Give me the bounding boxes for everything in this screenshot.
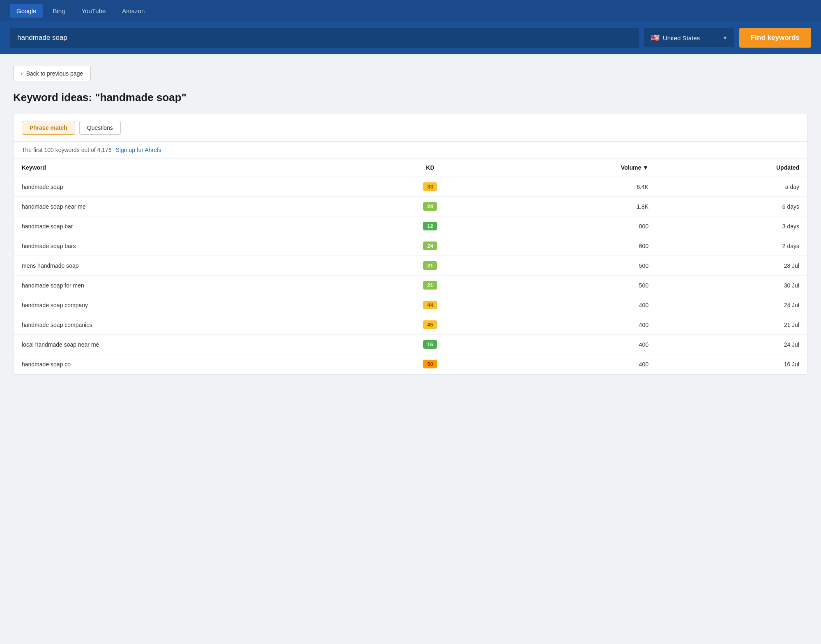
kd-badge: 21 <box>423 281 437 290</box>
cell-volume: 6.4K <box>488 177 657 197</box>
cell-updated: 21 Jul <box>657 315 807 335</box>
cell-volume: 500 <box>488 256 657 276</box>
cell-updated: 16 Jul <box>657 354 807 374</box>
cell-volume: 600 <box>488 236 657 256</box>
cell-keyword: handmade soap company <box>14 295 372 315</box>
cell-volume: 800 <box>488 216 657 236</box>
results-card: Phrase match Questions The first 100 key… <box>13 114 808 375</box>
cell-updated: 28 Jul <box>657 256 807 276</box>
cell-updated: 3 days <box>657 216 807 236</box>
tab-questions[interactable]: Questions <box>79 121 121 135</box>
cell-kd: 33 <box>372 177 488 197</box>
cell-kd: 50 <box>372 354 488 374</box>
cell-updated: 24 Jul <box>657 295 807 315</box>
table-row: handmade soap co 50 400 16 Jul <box>14 354 807 374</box>
cell-updated: 6 days <box>657 197 807 216</box>
col-kd: KD <box>372 159 488 177</box>
kd-badge: 50 <box>423 360 437 368</box>
cell-keyword: handmade soap for men <box>14 276 372 295</box>
table-row: handmade soap for men 21 500 30 Jul <box>14 276 807 295</box>
kd-badge: 21 <box>423 261 437 270</box>
country-selector[interactable]: 🇺🇸 United States ▼ <box>644 28 734 47</box>
info-row: The first 100 keywords out of 4,176 Sign… <box>14 142 807 159</box>
cell-volume: 400 <box>488 354 657 374</box>
back-arrow-icon: ‹ <box>21 70 23 77</box>
cell-keyword: handmade soap co <box>14 354 372 374</box>
tab-phrase-match[interactable]: Phrase match <box>22 121 75 135</box>
main-content: ‹ Back to previous page Keyword ideas: "… <box>0 54 821 386</box>
cell-kd: 21 <box>372 276 488 295</box>
nav-tab-bing[interactable]: Bing <box>46 4 71 18</box>
cell-keyword: handmade soap bars <box>14 236 372 256</box>
keywords-table: Keyword KD Volume ▼ Updated handmade soa… <box>14 159 807 374</box>
kd-badge: 33 <box>423 182 437 191</box>
cell-keyword: handmade soap bar <box>14 216 372 236</box>
back-button-label: Back to previous page <box>26 70 83 77</box>
table-row: mens handmade soap 21 500 28 Jul <box>14 256 807 276</box>
nav-tab-google[interactable]: Google <box>10 4 43 18</box>
cell-kd: 12 <box>372 216 488 236</box>
country-flag: 🇺🇸 <box>651 33 660 42</box>
cell-kd: 24 <box>372 236 488 256</box>
cell-updated: 24 Jul <box>657 335 807 354</box>
nav-tab-youtube[interactable]: YouTube <box>75 4 112 18</box>
kd-badge: 16 <box>423 340 437 349</box>
page-title: Keyword ideas: "handmade soap" <box>13 91 808 104</box>
kd-badge: 12 <box>423 222 437 230</box>
cell-updated: 2 days <box>657 236 807 256</box>
table-row: handmade soap bar 12 800 3 days <box>14 216 807 236</box>
table-header-row: Keyword KD Volume ▼ Updated <box>14 159 807 177</box>
kd-badge: 24 <box>423 242 437 250</box>
search-input[interactable] <box>10 28 639 48</box>
chevron-down-icon: ▼ <box>722 35 728 41</box>
find-keywords-button[interactable]: Find keywords <box>739 28 811 48</box>
kd-badge: 45 <box>423 320 437 329</box>
cell-keyword: handmade soap <box>14 177 372 197</box>
col-volume[interactable]: Volume ▼ <box>488 159 657 177</box>
cell-keyword: local handmade soap near me <box>14 335 372 354</box>
kd-badge: 24 <box>423 202 437 211</box>
cell-updated: a day <box>657 177 807 197</box>
table-row: handmade soap company 44 400 24 Jul <box>14 295 807 315</box>
cell-volume: 1.8K <box>488 197 657 216</box>
table-row: handmade soap bars 24 600 2 days <box>14 236 807 256</box>
cell-kd: 21 <box>372 256 488 276</box>
search-bar: 🇺🇸 United States ▼ Find keywords <box>0 21 821 54</box>
kd-badge: 44 <box>423 301 437 309</box>
table-row: local handmade soap near me 16 400 24 Ju… <box>14 335 807 354</box>
tabs-row: Phrase match Questions <box>14 114 807 142</box>
cell-volume: 400 <box>488 315 657 335</box>
country-select[interactable]: United States <box>663 34 719 41</box>
cell-kd: 16 <box>372 335 488 354</box>
cell-volume: 400 <box>488 295 657 315</box>
table-row: handmade soap 33 6.4K a day <box>14 177 807 197</box>
cell-volume: 400 <box>488 335 657 354</box>
cell-keyword: handmade soap near me <box>14 197 372 216</box>
signup-link[interactable]: Sign up for Ahrefs <box>116 147 161 153</box>
cell-volume: 500 <box>488 276 657 295</box>
top-nav: Google Bing YouTube Amazon <box>0 0 821 21</box>
cell-kd: 45 <box>372 315 488 335</box>
table-row: handmade soap companies 45 400 21 Jul <box>14 315 807 335</box>
cell-keyword: handmade soap companies <box>14 315 372 335</box>
cell-updated: 30 Jul <box>657 276 807 295</box>
cell-kd: 24 <box>372 197 488 216</box>
col-keyword: Keyword <box>14 159 372 177</box>
table-row: handmade soap near me 24 1.8K 6 days <box>14 197 807 216</box>
nav-tab-amazon[interactable]: Amazon <box>115 4 151 18</box>
info-text: The first 100 keywords out of 4,176 <box>22 147 112 153</box>
cell-kd: 44 <box>372 295 488 315</box>
back-button[interactable]: ‹ Back to previous page <box>13 66 91 81</box>
cell-keyword: mens handmade soap <box>14 256 372 276</box>
col-updated: Updated <box>657 159 807 177</box>
